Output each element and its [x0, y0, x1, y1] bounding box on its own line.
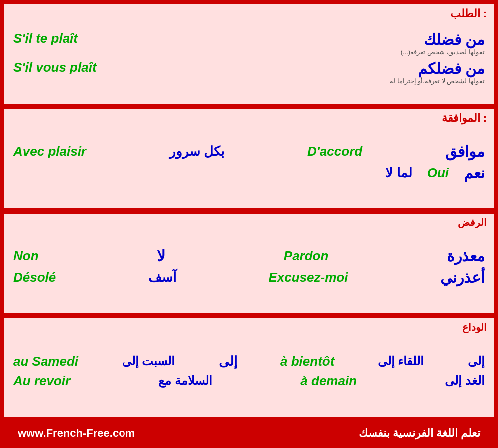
section-agreement-title: الموافقة : [442, 112, 487, 125]
a-demain-french: à demain [300, 373, 357, 389]
main-container: الطلب : S'il te plaît من فضلك تقولها لصد… [0, 0, 498, 448]
sil-vous-plait-french: S'il vous plaît [13, 60, 97, 75]
section-agreement: الموافقة : Avec plaisir بكل سرور D'accor… [3, 108, 495, 210]
au-revoir-french: Au revoir [13, 373, 70, 389]
footer: www.French-Free.com تعلم اللغة الفرنسية … [3, 421, 495, 445]
a-bientot-arabic: اللقاء إلى [378, 354, 424, 368]
section-farewell-title: الوداع [462, 321, 487, 333]
sil-vous-plait-arabic: من فضلكم [418, 60, 485, 77]
section-request-title: الطلب : [450, 7, 487, 20]
au-samedi-arabic: السبت إلى [122, 354, 175, 368]
moazera-arabic: معذرة [447, 247, 485, 265]
daccord-arabic: موافق [445, 143, 485, 160]
lama-la-arabic: لما لا [385, 165, 412, 181]
la-arabic: لا [157, 247, 165, 265]
ila-arabic: إلى [219, 354, 237, 369]
au-samedi-french: au Samedi [13, 354, 78, 369]
sil-vous-plait-note: تقولها لشخص لا تعرفه،أو إحتراما له [390, 77, 485, 85]
au-revoir-arabic: السلامة مع [158, 374, 212, 388]
section-farewell: الوداع au Samedi السبت إلى إلى à bientôt… [3, 317, 495, 419]
aazarni-arabic: أعذرني [440, 269, 485, 286]
avec-plaisir-arabic: بكل سرور [169, 144, 224, 159]
non-french: Non [13, 248, 39, 264]
naem-arabic: نعم [464, 164, 485, 182]
a-demain-arabic: الغد إلى [445, 374, 485, 388]
desole-french: Désolé [13, 270, 56, 285]
section-request: الطلب : S'il te plaît من فضلك تقولها لصد… [3, 3, 495, 105]
sil-te-plait-arabic: من فضلك [424, 31, 485, 48]
footer-website: www.French-Free.com [18, 427, 135, 440]
sil-te-plait-french: S'il te plaît [13, 31, 78, 46]
oui-french: Oui [427, 165, 449, 181]
avec-plaisir-french: Avec plaisir [13, 144, 86, 159]
aasif-arabic: آسف [148, 270, 176, 285]
ila-label: إلى [468, 354, 485, 368]
section-refusal-title: الرفض [458, 217, 487, 228]
sil-te-plait-note: تقولها لصديق، شخص تعرفه(...) [401, 48, 485, 56]
excusez-moi-french: Excusez-moi [268, 270, 348, 285]
a-bientot-french: à bientôt [280, 354, 334, 369]
pardon-french: Pardon [284, 248, 329, 264]
section-refusal: الرفض Non لا Pardon معذرة Désolé آسف Exc… [3, 212, 495, 314]
footer-slogan: تعلم اللغة الفرنسية بنفسك [359, 427, 480, 440]
daccord-french: D'accord [307, 144, 362, 159]
